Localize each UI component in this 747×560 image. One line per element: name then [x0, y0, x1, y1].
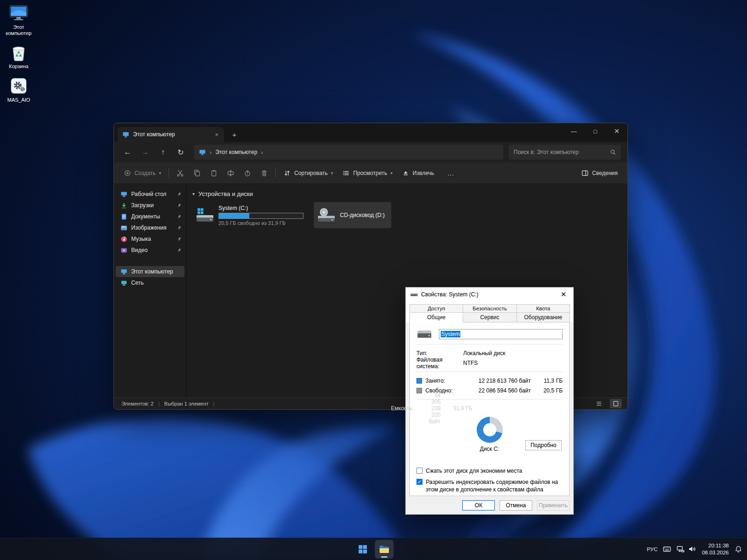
sort-button[interactable]: Сортировать▾ [279, 165, 337, 181]
cut-icon [176, 169, 184, 177]
language-indicator[interactable]: РУС [647, 546, 657, 552]
dialog-close-button[interactable]: ✕ [557, 288, 571, 301]
devices-section-header[interactable]: ▾ Устройства и диски [192, 188, 627, 202]
list-view-toggle[interactable] [593, 399, 605, 408]
volume-icon [688, 546, 696, 553]
desktop: Этот компьютер Корзина MAS [0, 0, 747, 560]
hard-drive-icon [410, 291, 418, 298]
sidebar-item-music[interactable]: Музыка [116, 233, 184, 245]
trash-icon [261, 169, 268, 177]
tab-close-icon[interactable]: × [213, 131, 220, 138]
forward-button[interactable]: → [137, 145, 153, 160]
network-icon [120, 280, 127, 287]
breadcrumb[interactable]: Этот компьютер [215, 149, 257, 155]
used-color-swatch [416, 378, 422, 384]
more-options-button[interactable]: … [439, 165, 463, 181]
refresh-button[interactable]: ↻ [173, 145, 189, 160]
share-button[interactable] [240, 165, 255, 181]
compress-checkbox-label: Сжать этот диск для экономии места [426, 467, 522, 475]
sidebar-item-this-pc[interactable]: Этот компьютер [116, 266, 184, 277]
desktop-icon-this-pc[interactable]: Этот компьютер [2, 4, 35, 36]
volume-label-input[interactable]: System [439, 329, 563, 339]
status-separator: | [213, 401, 215, 406]
free-color-swatch [416, 388, 422, 393]
maximize-button[interactable]: ▢ [585, 123, 606, 139]
tab-bar: Этот компьютер × + — ▢ ✕ [114, 123, 627, 142]
drive-tile-system-c[interactable]: System (C:) 20,5 ГБ свободно из 31,9 ГБ [192, 202, 310, 228]
file-explorer-icon [379, 545, 389, 554]
breadcrumb-chevron-icon[interactable]: › [261, 149, 263, 156]
videos-icon [120, 247, 127, 254]
index-checkbox[interactable]: ✓ [416, 479, 423, 485]
selection-count: Выбран 1 элемент [164, 401, 209, 406]
drive-usage-bar [218, 213, 303, 219]
hard-drive-icon [416, 328, 432, 340]
tab-quota[interactable]: Квота [516, 304, 570, 312]
desktop-icon [120, 191, 127, 198]
compress-checkbox[interactable] [416, 468, 423, 474]
taskbar-clock[interactable]: 20:11:38 08.03.2026 [702, 542, 729, 556]
chevron-down-icon: ▾ [331, 171, 333, 175]
thumbnail-view-toggle[interactable] [610, 399, 622, 408]
new-button[interactable]: Создать▾ [120, 165, 165, 181]
drive-name: System (C:) [218, 205, 303, 211]
drive-name: CD-дисковод (D:) [340, 212, 385, 218]
divider [416, 344, 563, 344]
system-tray[interactable] [677, 546, 696, 553]
sidebar-item-pictures[interactable]: Изображения [116, 222, 184, 233]
touch-keyboard-icon[interactable] [663, 546, 671, 553]
sidebar-item-downloads[interactable]: Загрузки [116, 200, 184, 211]
notification-bell-icon[interactable] [734, 546, 742, 553]
desktop-icon-mas-aio[interactable]: MAS_AIO [2, 77, 35, 103]
tab-security[interactable]: Безопасность [463, 304, 516, 312]
search-input[interactable]: Поиск в: Этот компьютер [509, 145, 621, 160]
close-button[interactable]: ✕ [606, 123, 627, 139]
breadcrumb-chevron-icon: › [210, 149, 211, 156]
explorer-tab[interactable]: Этот компьютер × [118, 127, 224, 142]
search-placeholder: Поиск в: Этот компьютер [514, 149, 610, 155]
eject-button[interactable]: Извлечь [398, 165, 438, 181]
this-pc-icon [120, 268, 127, 275]
desktop-icon-label: MAS_AIO [7, 97, 30, 103]
desktop-icon-recycle-bin[interactable]: Корзина [2, 43, 35, 70]
chevron-down-icon: ▾ [159, 171, 162, 175]
free-size: 20,5 ГБ [538, 387, 563, 394]
view-button[interactable]: Просмотреть▾ [338, 165, 396, 181]
sort-icon [283, 169, 291, 177]
details-pane-button[interactable]: Сведения [577, 165, 622, 181]
sidebar-item-desktop[interactable]: Рабочий стол [116, 189, 184, 200]
cancel-button[interactable]: Отмена [500, 500, 532, 511]
tab-access[interactable]: Доступ [409, 304, 463, 312]
delete-button[interactable] [256, 165, 272, 181]
this-pc-icon [122, 131, 129, 138]
taskbar-explorer-button[interactable] [375, 540, 394, 559]
volume-label-value: System [441, 331, 460, 337]
tab-hardware[interactable]: Оборудование [516, 312, 570, 322]
drive-tile-cd-d[interactable]: CD-дисковод (D:) [314, 202, 391, 228]
paste-button[interactable] [206, 165, 222, 181]
sidebar-separator [116, 256, 184, 266]
back-button[interactable]: ← [120, 145, 135, 160]
compress-checkbox-row[interactable]: Сжать этот диск для экономии места [416, 467, 563, 475]
ok-button[interactable]: ОК [462, 500, 495, 511]
start-button[interactable] [353, 540, 372, 559]
new-tab-button[interactable]: + [228, 128, 241, 141]
rename-button[interactable] [223, 165, 239, 181]
cut-button[interactable] [172, 165, 188, 181]
sidebar-item-documents[interactable]: Документы [116, 211, 184, 222]
tab-general[interactable]: Общие [409, 312, 463, 322]
address-bar[interactable]: › Этот компьютер › [194, 145, 503, 160]
view-icon [342, 169, 350, 177]
minimize-button[interactable]: — [563, 123, 585, 139]
up-button[interactable]: ↑ [155, 145, 171, 160]
tab-tools[interactable]: Сервис [463, 312, 516, 322]
dialog-buttons: ОК Отмена Применить [462, 500, 570, 511]
used-label: Занято: [425, 378, 463, 384]
index-checkbox-row[interactable]: ✓ Разрешить индексировать содержимое фай… [416, 478, 563, 493]
taskbar: РУС 20:11:38 08.03.2026 [0, 538, 747, 560]
details-button[interactable]: Подробно [525, 440, 562, 450]
thumbnail-view-icon [613, 400, 619, 407]
sidebar-item-videos[interactable]: Видео [116, 245, 184, 256]
copy-button[interactable] [189, 165, 205, 181]
sidebar-item-network[interactable]: Сеть [116, 277, 184, 288]
